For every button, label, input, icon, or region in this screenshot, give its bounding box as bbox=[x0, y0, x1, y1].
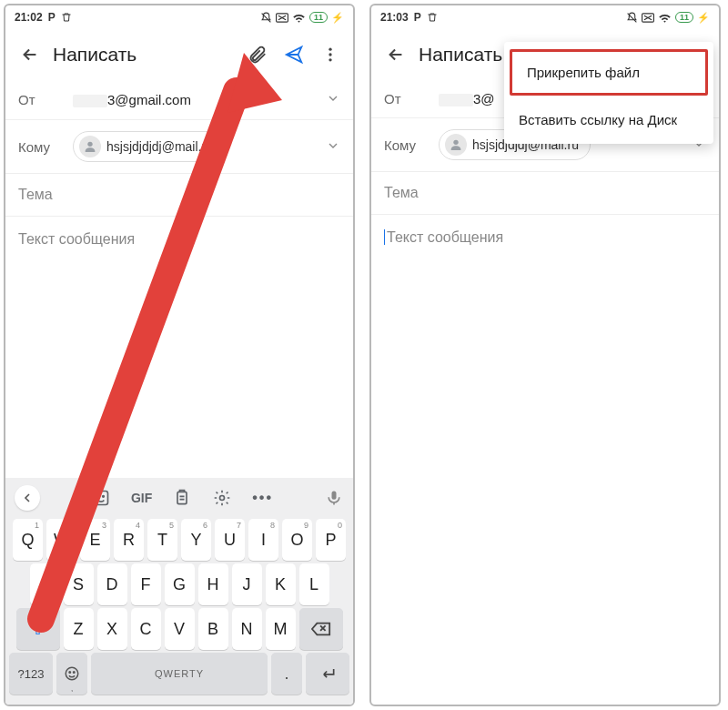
key-u[interactable]: U7 bbox=[215, 519, 245, 561]
body-field[interactable]: Текст сообщения bbox=[371, 215, 719, 260]
enter-key[interactable] bbox=[306, 653, 349, 695]
key-x[interactable]: X bbox=[97, 608, 127, 650]
chevron-left-icon[interactable] bbox=[15, 485, 40, 511]
key-l[interactable]: L bbox=[299, 563, 329, 605]
from-row[interactable]: От 3@gmail.com bbox=[5, 80, 353, 120]
key-p[interactable]: P0 bbox=[316, 519, 346, 561]
wifi-icon bbox=[658, 12, 672, 23]
chevron-down-icon[interactable] bbox=[326, 138, 340, 156]
status-time: 21:02 bbox=[15, 11, 43, 24]
space-key[interactable]: QWERTY bbox=[91, 653, 268, 695]
key-w[interactable]: W2 bbox=[46, 519, 76, 561]
svg-point-3 bbox=[329, 58, 331, 61]
keyboard-more-button[interactable]: ••• bbox=[252, 490, 273, 506]
recipient-chip[interactable]: hsjsjdjdjdj@mail.ru bbox=[73, 131, 225, 162]
body-placeholder: Текст сообщения bbox=[18, 231, 135, 247]
overflow-menu-icon[interactable] bbox=[320, 45, 340, 65]
key-t[interactable]: T5 bbox=[147, 519, 177, 561]
dnd-icon bbox=[260, 12, 272, 24]
shift-key[interactable]: ⇧ bbox=[16, 608, 60, 650]
gif-button[interactable]: GIF bbox=[131, 491, 152, 505]
svg-rect-5 bbox=[94, 492, 107, 505]
key-s[interactable]: S bbox=[64, 563, 94, 605]
attach-icon[interactable] bbox=[248, 45, 268, 65]
key-c[interactable]: C bbox=[131, 608, 161, 650]
body-placeholder: Текст сообщения bbox=[384, 229, 503, 245]
body-field[interactable]: Текст сообщения bbox=[5, 217, 353, 262]
subject-field[interactable]: Тема bbox=[5, 174, 353, 217]
back-button[interactable] bbox=[15, 45, 46, 65]
sticker-icon[interactable] bbox=[91, 488, 111, 508]
emoji-key[interactable]: , bbox=[56, 653, 87, 695]
avatar-icon bbox=[445, 134, 467, 156]
wifi-icon bbox=[292, 12, 306, 23]
trash-icon bbox=[61, 12, 72, 23]
trash-icon bbox=[427, 12, 438, 23]
keyboard-row-2: ASDFGHJKL bbox=[9, 563, 349, 605]
svg-point-4 bbox=[87, 142, 92, 147]
key-q[interactable]: Q1 bbox=[13, 519, 43, 561]
key-d[interactable]: D bbox=[97, 563, 127, 605]
key-r[interactable]: R4 bbox=[114, 519, 144, 561]
svg-point-1 bbox=[329, 48, 331, 51]
svg-point-12 bbox=[69, 672, 71, 674]
signal-box-icon bbox=[642, 13, 654, 23]
key-i[interactable]: I8 bbox=[248, 519, 278, 561]
key-m[interactable]: M bbox=[266, 608, 296, 650]
key-j[interactable]: J bbox=[232, 563, 262, 605]
charge-icon: ⚡ bbox=[331, 12, 344, 24]
key-n[interactable]: N bbox=[232, 608, 262, 650]
to-label: Кому bbox=[384, 137, 439, 153]
period-key[interactable]: . bbox=[271, 653, 302, 695]
svg-point-2 bbox=[329, 53, 331, 56]
chevron-down-icon[interactable] bbox=[326, 91, 340, 108]
phone-right: 21:03 P 11 ⚡ Написать От bbox=[369, 4, 721, 706]
mic-icon[interactable] bbox=[324, 488, 344, 508]
send-icon[interactable] bbox=[284, 45, 304, 65]
key-e[interactable]: E3 bbox=[80, 519, 110, 561]
recipient-email: hsjsjdjdjdj@mail.ru bbox=[106, 139, 213, 154]
menu-item-drive-link[interactable]: Вставить ссылку на Диск bbox=[504, 99, 713, 140]
key-y[interactable]: Y6 bbox=[181, 519, 211, 561]
to-row[interactable]: Кому hsjsjdjdjdj@mail.ru bbox=[5, 120, 353, 174]
svg-rect-10 bbox=[332, 492, 337, 500]
battery-badge: 11 bbox=[675, 12, 693, 23]
subject-field[interactable]: Тема bbox=[371, 172, 719, 215]
symbols-key[interactable]: ?123 bbox=[9, 653, 53, 695]
key-g[interactable]: G bbox=[165, 563, 195, 605]
avatar-icon bbox=[79, 136, 101, 157]
compose-toolbar: Написать bbox=[5, 29, 353, 80]
svg-point-15 bbox=[453, 140, 458, 145]
gear-icon[interactable] bbox=[212, 488, 232, 508]
svg-point-13 bbox=[74, 672, 76, 674]
key-k[interactable]: K bbox=[266, 563, 296, 605]
compose-title: Написать bbox=[46, 44, 248, 66]
status-time: 21:03 bbox=[380, 11, 409, 24]
redacted-text bbox=[439, 94, 473, 106]
key-h[interactable]: H bbox=[198, 563, 228, 605]
svg-point-9 bbox=[220, 496, 225, 501]
dnd-icon bbox=[626, 12, 638, 24]
attach-menu-popup: Прикрепить файл Вставить ссылку на Диск bbox=[504, 42, 713, 144]
app-icon-p: P bbox=[48, 11, 56, 24]
signal-box-icon bbox=[276, 13, 288, 23]
menu-item-label: Вставить ссылку на Диск bbox=[519, 112, 677, 127]
svg-point-6 bbox=[98, 496, 100, 498]
menu-item-attach-file[interactable]: Прикрепить файл bbox=[510, 49, 708, 96]
from-label: От bbox=[18, 92, 73, 107]
phone-left: 21:02 P 11 ⚡ Написать bbox=[4, 4, 355, 706]
to-value: hsjsjdjdjdj@mail.ru bbox=[73, 131, 326, 162]
key-b[interactable]: B bbox=[198, 608, 228, 650]
svg-point-11 bbox=[66, 667, 78, 680]
redacted-text bbox=[73, 95, 107, 107]
backspace-key[interactable] bbox=[299, 608, 343, 650]
clipboard-icon[interactable] bbox=[172, 488, 192, 508]
charge-icon: ⚡ bbox=[697, 12, 710, 24]
key-z[interactable]: Z bbox=[64, 608, 94, 650]
key-v[interactable]: V bbox=[165, 608, 195, 650]
key-f[interactable]: F bbox=[131, 563, 161, 605]
key-o[interactable]: O9 bbox=[282, 519, 312, 561]
subject-placeholder: Тема bbox=[18, 187, 53, 202]
back-button[interactable] bbox=[380, 45, 411, 65]
key-a[interactable]: A bbox=[30, 563, 60, 605]
